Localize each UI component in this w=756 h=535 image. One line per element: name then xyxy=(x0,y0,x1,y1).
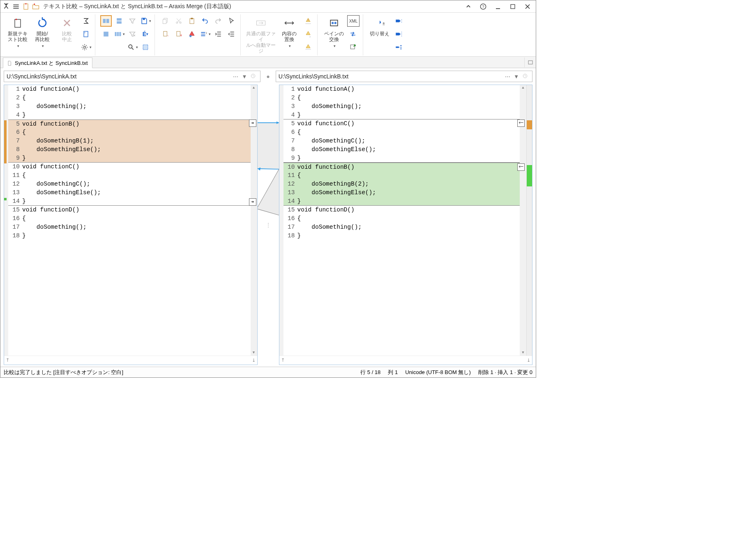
code-row[interactable]: 9} xyxy=(8,154,251,163)
save-button[interactable] xyxy=(140,15,151,27)
collapse-up-icon[interactable]: ⤒ xyxy=(281,358,285,363)
undo-button[interactable] xyxy=(199,15,211,27)
layout-vertical-button[interactable] xyxy=(113,15,125,27)
single-pane-button[interactable] xyxy=(100,28,112,40)
code-row[interactable]: 12 doSomethingC(); xyxy=(8,180,251,188)
code-row[interactable]: 17 doSomething(); xyxy=(284,223,520,232)
code-row[interactable]: 7 doSomethingB(1); xyxy=(8,137,251,145)
right-scrollbar[interactable]: ▲ ▼ xyxy=(520,85,526,356)
left-path-menu[interactable]: ⋯ xyxy=(231,73,240,80)
collapse-down-icon[interactable]: ⤓ xyxy=(527,358,530,363)
report-button[interactable] xyxy=(80,28,92,40)
toggle-button[interactable]: ± 切り替え xyxy=(367,15,392,37)
code-row[interactable]: 16{ xyxy=(284,214,520,223)
code-row[interactable]: 5void functionC() xyxy=(284,119,520,128)
sigma-button[interactable] xyxy=(80,15,92,27)
right-path-menu[interactable]: ⋯ xyxy=(503,73,512,80)
replace-content-button[interactable]: 内容の 置換 xyxy=(277,15,302,50)
encoding-button[interactable]: É▾ xyxy=(140,28,151,40)
code-row[interactable]: 16{ xyxy=(8,214,251,223)
right-path-dropdown[interactable]: ▼ xyxy=(512,73,521,80)
xml-button[interactable]: XML xyxy=(347,15,360,27)
code-row[interactable]: 6{ xyxy=(8,128,251,137)
collapse-up-icon[interactable]: ⤒ xyxy=(6,358,9,363)
left-path-dropdown[interactable]: ▼ xyxy=(240,73,249,80)
search-button[interactable] xyxy=(127,41,138,53)
code-row[interactable]: 13 doSomethingElse(); xyxy=(8,188,251,197)
code-row[interactable]: 18} xyxy=(284,232,520,240)
list-diff-button[interactable] xyxy=(393,41,404,53)
swap-small-button[interactable] xyxy=(347,28,359,40)
code-row[interactable]: 1void functionA() xyxy=(8,85,251,94)
new-file-button[interactable] xyxy=(21,2,31,11)
new-folder-button[interactable] xyxy=(31,2,41,11)
scroll-down-icon[interactable]: ▼ xyxy=(520,350,526,356)
left-scrollbar[interactable]: ▲ ▼ xyxy=(251,85,257,356)
code-row[interactable]: 17 doSomething(); xyxy=(8,223,251,232)
code-row[interactable]: 9} xyxy=(284,154,520,163)
code-row[interactable]: 11{ xyxy=(284,171,520,180)
edit-lines-button[interactable] xyxy=(199,28,211,40)
code-row[interactable]: 2{ xyxy=(8,94,251,102)
paste-button[interactable] xyxy=(186,15,198,27)
help-button[interactable]: ? xyxy=(476,1,491,12)
code-row[interactable]: 10void functionB() xyxy=(284,163,520,171)
prev-diff-button[interactable] xyxy=(393,28,404,40)
settings-button[interactable] xyxy=(80,41,92,53)
code-row[interactable]: 12 doSomethingB(2); xyxy=(284,180,520,188)
code-row[interactable]: 15void functionD() xyxy=(8,206,251,214)
conflict-button[interactable] xyxy=(186,28,198,40)
scroll-up-icon[interactable]: ▲ xyxy=(520,85,526,91)
ribbon-collapse-button[interactable] xyxy=(461,1,476,12)
code-row[interactable]: 1void functionA() xyxy=(284,85,520,94)
code-row[interactable]: 8 doSomethingElse(); xyxy=(284,145,520,154)
code-row[interactable]: 10void functionC() xyxy=(8,163,251,171)
code-row[interactable]: 14} xyxy=(284,197,520,206)
left-path-box[interactable]: U:\SyncLinks\SyncLinkA.txt ⋯ ▼ xyxy=(4,71,260,82)
close-button[interactable] xyxy=(520,1,535,12)
select-all-button[interactable] xyxy=(140,41,151,53)
code-row[interactable]: 3 doSomething(); xyxy=(284,102,520,111)
swap-panes-button[interactable]: ペインの 交換 xyxy=(322,15,346,50)
code-row[interactable]: 15void functionD() xyxy=(284,206,520,214)
code-row[interactable]: 4} xyxy=(8,111,251,119)
code-row[interactable]: 8 doSomethingElse(); xyxy=(8,145,251,154)
outdent-button[interactable] xyxy=(226,28,237,40)
export-button[interactable] xyxy=(347,41,359,53)
pointer-button[interactable] xyxy=(226,15,237,27)
code-row[interactable]: 2{ xyxy=(284,94,520,102)
collapse-down-icon[interactable]: ⤓ xyxy=(252,358,256,363)
start-recompare-button[interactable]: 開始/ 再比較 xyxy=(30,15,55,50)
code-row[interactable]: 14} xyxy=(8,197,251,206)
right-overview-strip[interactable] xyxy=(526,85,532,356)
left-path-history[interactable] xyxy=(249,73,258,80)
right-path-history[interactable] xyxy=(521,73,530,80)
right-code-area[interactable]: 1void functionA()2{3 doSomething();4}5vo… xyxy=(279,85,532,356)
tabstrip-overflow-button[interactable] xyxy=(524,57,536,67)
hamburger-button[interactable] xyxy=(11,2,21,11)
code-row[interactable]: 3 doSomething(); xyxy=(8,102,251,111)
right-path-box[interactable]: U:\SyncLinks\SyncLinkB.txt ⋯ ▼ xyxy=(276,71,532,82)
code-row[interactable]: 5void functionB() xyxy=(8,119,251,128)
warn-down-icon xyxy=(304,43,312,51)
bookmark-button[interactable] xyxy=(160,28,171,40)
scroll-down-icon[interactable]: ▼ xyxy=(251,350,257,356)
minimize-button[interactable] xyxy=(491,1,505,12)
left-code-area[interactable]: 1void functionA()2{3 doSomething();4}5vo… xyxy=(4,85,257,356)
code-row[interactable]: 4} xyxy=(284,111,520,119)
indent-button[interactable] xyxy=(212,28,224,40)
splitter-handle[interactable]: ⋮ xyxy=(265,222,271,228)
scroll-up-icon[interactable]: ▲ xyxy=(251,85,257,91)
layout-horizontal-button[interactable] xyxy=(100,15,112,27)
code-row[interactable]: 18} xyxy=(8,232,251,240)
code-row[interactable]: 13 doSomethingElse(); xyxy=(284,188,520,197)
new-text-compare-button[interactable]: 新規テキ スト比較 xyxy=(5,15,30,50)
tab-active[interactable]: SyncLinkA.txt と SyncLinkB.txt xyxy=(3,57,92,68)
next-diff-button[interactable] xyxy=(393,15,404,27)
layout-more-button[interactable] xyxy=(113,28,125,40)
code-row[interactable]: 7 doSomethingC(); xyxy=(284,137,520,145)
maximize-button[interactable] xyxy=(505,1,520,12)
code-row[interactable]: 11{ xyxy=(8,171,251,180)
code-row[interactable]: 6{ xyxy=(284,128,520,137)
bookmark-down-button[interactable] xyxy=(173,28,184,40)
